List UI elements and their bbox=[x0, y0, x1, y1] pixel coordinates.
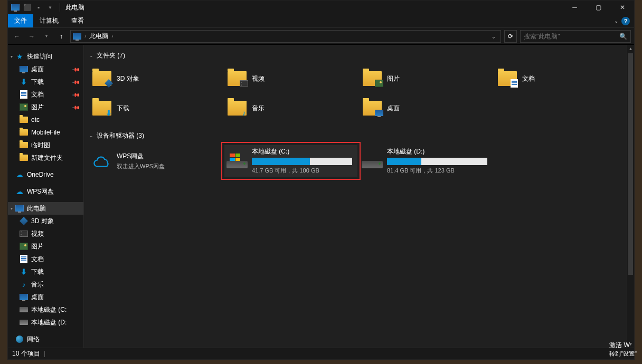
sidebar-onedrive[interactable]: ☁ OneDrive bbox=[8, 168, 83, 181]
folder-item[interactable]: ⬇下载 bbox=[89, 94, 222, 122]
sidebar-wps[interactable]: ☁ WPS网盘 bbox=[8, 185, 83, 198]
section-header-drives[interactable]: ⌄ 设备和驱动器 (3) bbox=[89, 129, 629, 142]
close-button[interactable]: ✕ bbox=[610, 1, 634, 14]
nav-forward-button[interactable]: → bbox=[26, 31, 37, 42]
quick-access-toolbar: ⬛ ▪ ▼ bbox=[8, 3, 62, 12]
folder-item[interactable]: 图片 bbox=[360, 65, 493, 92]
breadcrumb-item[interactable]: 此电脑 bbox=[89, 32, 108, 41]
sidebar-item[interactable]: 3D 对象 bbox=[8, 215, 83, 227]
explorer-window: ⬛ ▪ ▼ 此电脑 ─ ▢ ✕ 文件 计算机 查看 ⌄ ? ← → ▾ ↑ › … bbox=[7, 0, 635, 360]
minimize-button[interactable]: ─ bbox=[563, 1, 587, 14]
folder-item[interactable]: 视频 bbox=[224, 65, 357, 92]
ribbon-tab-computer[interactable]: 计算机 bbox=[33, 14, 65, 27]
refresh-button[interactable]: ⟳ bbox=[504, 30, 517, 43]
sidebar-item[interactable]: 图片 bbox=[8, 240, 83, 253]
sidebar-item-label: 桌面 bbox=[31, 293, 44, 302]
drive-item[interactable]: WPS网盘双击进入WPS网盘 bbox=[89, 145, 222, 177]
collapse-icon[interactable]: ⌄ bbox=[89, 53, 93, 58]
sidebar-item-label: 图片 bbox=[31, 103, 44, 112]
sidebar-item[interactable]: ⬇下载 bbox=[8, 265, 83, 278]
scroll-down-icon[interactable]: ▼ bbox=[627, 340, 634, 348]
qa-pin-icon[interactable]: ⬛ bbox=[23, 3, 31, 12]
3d-icon bbox=[20, 217, 28, 225]
folder-label: 图片 bbox=[387, 74, 400, 83]
address-dropdown-icon[interactable]: ⌄ bbox=[489, 33, 498, 40]
pin-icon: 📌 bbox=[72, 103, 80, 111]
address-bar: ← → ▾ ↑ › 此电脑 › ⌄ ⟳ 🔍 bbox=[8, 28, 634, 45]
titlebar[interactable]: ⬛ ▪ ▼ 此电脑 ─ ▢ ✕ bbox=[8, 1, 634, 14]
folder-label: 3D 对象 bbox=[117, 74, 139, 83]
ribbon-tab-view[interactable]: 查看 bbox=[65, 14, 90, 27]
ribbon-collapse-icon[interactable]: ⌄ bbox=[614, 18, 618, 24]
breadcrumb-separator[interactable]: › bbox=[83, 33, 87, 39]
sidebar-item[interactable]: 文档 bbox=[8, 253, 83, 265]
doc-icon bbox=[20, 90, 28, 99]
drive-item[interactable]: 本地磁盘 (C:)41.7 GB 可用，共 100 GB bbox=[224, 145, 357, 177]
sidebar-this-pc[interactable]: ▾ 此电脑 bbox=[8, 202, 83, 215]
maximize-button[interactable]: ▢ bbox=[587, 1, 610, 14]
folder-item[interactable]: ♪音乐 bbox=[224, 94, 357, 122]
folder-item[interactable]: 文档 bbox=[495, 65, 628, 92]
sidebar-item-label: MobileFile bbox=[31, 129, 60, 136]
folder-label: 文档 bbox=[522, 74, 535, 83]
nav-up-button[interactable]: ↑ bbox=[55, 31, 67, 42]
folder-item[interactable]: 3D 对象 bbox=[89, 65, 222, 92]
pin-icon: 📌 bbox=[72, 90, 80, 99]
status-item-count: 10 个项目 bbox=[12, 349, 40, 358]
sidebar-item-label: 桌面 bbox=[31, 65, 44, 74]
nav-back-button[interactable]: ← bbox=[11, 31, 23, 42]
scroll-up-icon[interactable]: ▲ bbox=[627, 45, 634, 52]
divider bbox=[44, 351, 45, 357]
address-field[interactable]: › 此电脑 › ⌄ bbox=[70, 30, 501, 43]
vid-icon bbox=[20, 229, 28, 238]
nav-recent-dropdown[interactable]: ▾ bbox=[41, 31, 52, 42]
folder-icon: ♪ bbox=[226, 98, 248, 119]
doc-icon bbox=[20, 255, 28, 263]
sidebar-item[interactable]: 桌面📌 bbox=[8, 63, 83, 75]
folder-icon bbox=[20, 116, 28, 124]
sidebar-network[interactable]: 网络 bbox=[8, 333, 83, 346]
sidebar-item[interactable]: 本地磁盘 (C: bbox=[8, 303, 83, 316]
app-icon bbox=[11, 3, 20, 12]
breadcrumb-separator[interactable]: › bbox=[110, 33, 114, 39]
sidebar-quick-access[interactable]: ▾ ★ 快速访问 bbox=[8, 50, 83, 63]
sidebar-item-label: 文档 bbox=[31, 90, 44, 99]
expand-icon[interactable]: ▾ bbox=[9, 206, 14, 211]
qa-properties-icon[interactable]: ▪ bbox=[34, 3, 43, 12]
folder-item[interactable]: 桌面 bbox=[360, 94, 493, 122]
body: ▾ ★ 快速访问 桌面📌⬇下载📌文档📌图片📌etcMobileFile临时图新建… bbox=[8, 45, 634, 348]
folder-icon bbox=[362, 68, 383, 89]
music-icon: ♪ bbox=[20, 280, 28, 289]
folder-icon bbox=[362, 98, 383, 119]
sidebar-item[interactable]: 新建文件夹 bbox=[8, 151, 83, 164]
sidebar-item[interactable]: 图片📌 bbox=[8, 101, 83, 113]
help-icon[interactable]: ? bbox=[621, 17, 630, 25]
sidebar-item[interactable]: 桌面 bbox=[8, 291, 83, 303]
sidebar-item[interactable]: etc bbox=[8, 113, 83, 126]
drive-item[interactable]: 本地磁盘 (D:)81.4 GB 可用，共 123 GB bbox=[360, 145, 493, 177]
scroll-thumb[interactable] bbox=[628, 53, 633, 275]
sidebar-item[interactable]: MobileFile bbox=[8, 126, 83, 139]
disk-icon bbox=[362, 154, 383, 168]
folder-label: 音乐 bbox=[252, 104, 265, 113]
drive-name: 本地磁盘 (C:) bbox=[252, 147, 355, 156]
folder-label: 视频 bbox=[252, 74, 265, 83]
sidebar-item[interactable]: ⬇下载📌 bbox=[8, 75, 83, 88]
qa-dropdown-icon[interactable]: ▼ bbox=[46, 3, 54, 12]
sidebar-item[interactable]: 文档📌 bbox=[8, 88, 83, 101]
expand-icon[interactable]: ▾ bbox=[9, 54, 14, 59]
scrollbar[interactable]: ▲ ▼ bbox=[627, 45, 634, 348]
folder-icon bbox=[91, 68, 112, 89]
search-input[interactable] bbox=[524, 33, 619, 40]
sidebar-item[interactable]: 本地磁盘 (D: bbox=[8, 316, 83, 329]
section-title: 设备和驱动器 (3) bbox=[97, 131, 144, 140]
sidebar-item[interactable]: 视频 bbox=[8, 227, 83, 240]
sidebar-item[interactable]: 临时图 bbox=[8, 139, 83, 151]
sidebar-item[interactable]: ♪音乐 bbox=[8, 278, 83, 291]
section-header-folders[interactable]: ⌄ 文件夹 (7) bbox=[89, 49, 629, 62]
collapse-icon[interactable]: ⌄ bbox=[89, 133, 93, 138]
location-icon bbox=[73, 32, 81, 41]
ribbon-tab-file[interactable]: 文件 bbox=[8, 14, 33, 27]
search-icon[interactable]: 🔍 bbox=[619, 33, 627, 40]
search-box[interactable]: 🔍 bbox=[520, 30, 631, 43]
